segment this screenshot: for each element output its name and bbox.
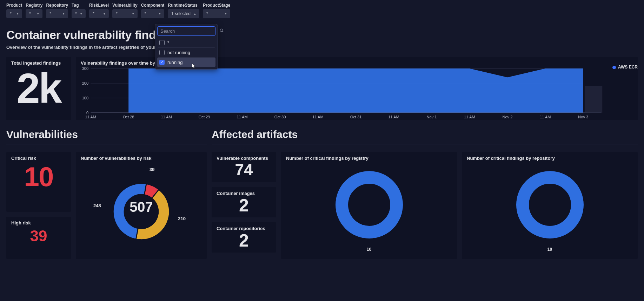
- total-findings-value: 2k: [11, 67, 66, 109]
- svg-text:11 AM: 11 AM: [85, 115, 96, 119]
- panel-title: Number of critical findings by repositor…: [467, 156, 633, 161]
- filter-component[interactable]: *▾: [141, 9, 165, 18]
- filter-registry[interactable]: *▾: [26, 9, 42, 18]
- filter-vulnerability[interactable]: *▾: [112, 9, 138, 18]
- section-title-affected: Affected artifacts: [212, 129, 638, 144]
- panel-title: High risk: [11, 220, 66, 225]
- section-title-vulnerabilities: Vulnerabilities: [6, 129, 207, 144]
- filter-label-repository: Repository: [46, 3, 68, 8]
- svg-text:Oct 29: Oct 29: [199, 115, 210, 119]
- svg-text:11 AM: 11 AM: [312, 115, 323, 119]
- chevron-down-icon: ▾: [37, 12, 39, 15]
- panel-vuln-by-risk: Number of vulnerabilities by risk 507 39…: [76, 152, 207, 259]
- filter-tag[interactable]: *▾: [72, 9, 86, 18]
- dropdown-option-notrunning[interactable]: not running: [157, 47, 215, 57]
- chevron-down-icon: ▾: [80, 12, 82, 15]
- svg-text:Oct 28: Oct 28: [123, 115, 134, 119]
- high-risk-value: 39: [11, 228, 66, 244]
- panel-title: Critical risk: [11, 156, 66, 161]
- svg-text:11 AM: 11 AM: [388, 115, 399, 119]
- chevron-down-icon: ▾: [225, 12, 227, 15]
- area-chart[interactable]: 010020030011 AMOct 2811 AMOct 2911 AMOct…: [81, 67, 633, 120]
- panel-critical-risk: Critical risk 10: [6, 152, 71, 212]
- svg-text:Oct 31: Oct 31: [350, 115, 362, 119]
- filter-label-risklevel: RiskLevel: [89, 3, 109, 8]
- svg-text:Oct 30: Oct 30: [274, 115, 286, 119]
- dropdown-option-running[interactable]: ✓ running: [157, 57, 215, 67]
- filter-label-productstage: ProductStage: [203, 3, 230, 8]
- filter-label-vulnerability: Vulnerability: [112, 3, 138, 8]
- page-title: Container vulnerability findings: [6, 28, 638, 42]
- dropdown-option-label: *: [167, 40, 169, 45]
- donut-center-value: 507: [130, 199, 153, 215]
- container-repos-value: 2: [217, 232, 271, 249]
- filter-bar: Product *▾ Registry *▾ Repository *▾ Tag…: [6, 3, 638, 18]
- search-icon: [219, 28, 224, 34]
- svg-text:300: 300: [82, 67, 88, 71]
- panel-total-findings: Total ingested findings 2k: [6, 57, 71, 120]
- chevron-down-icon: ▾: [104, 12, 105, 15]
- ring-label: 10: [467, 247, 633, 254]
- filter-label-registry: Registry: [26, 3, 42, 8]
- panel-title: Number of critical findings by registry: [286, 156, 452, 161]
- chevron-down-icon: ▾: [17, 12, 19, 15]
- filter-label-tag: Tag: [72, 3, 86, 8]
- filter-label-runtimestatus: RuntimeStatus: [168, 3, 199, 8]
- svg-text:Nov 3: Nov 3: [578, 115, 588, 119]
- panel-vulnerable-components: Vulnerable components 74: [212, 152, 276, 182]
- chevron-down-icon: ▾: [159, 12, 161, 15]
- dropdown-search-input[interactable]: [160, 28, 219, 34]
- chevron-down-icon: ▾: [132, 12, 134, 15]
- svg-text:11 AM: 11 AM: [464, 115, 475, 119]
- page-header: Container vulnerability findings Overvie…: [6, 28, 638, 50]
- panel-container-repos: Container repositories 2: [212, 222, 276, 253]
- panel-title: Container repositories: [217, 226, 271, 231]
- filter-product[interactable]: *▾: [6, 9, 22, 18]
- dropdown-search[interactable]: [157, 26, 215, 36]
- ring-label: 10: [286, 247, 452, 254]
- dropdown-option-all[interactable]: *: [157, 38, 215, 47]
- svg-text:11 AM: 11 AM: [540, 115, 551, 119]
- checkbox-icon: [159, 50, 165, 55]
- container-images-value: 2: [217, 197, 271, 214]
- donut-label: 210: [178, 216, 186, 221]
- vulnerable-components-value: 74: [217, 162, 271, 178]
- chevron-up-icon: ▴: [194, 12, 196, 15]
- svg-text:0: 0: [86, 111, 88, 115]
- filter-label-product: Product: [6, 3, 22, 8]
- donut-label: 248: [93, 203, 101, 208]
- panel-container-images: Container images 2: [212, 187, 276, 217]
- checkbox-checked-icon: ✓: [159, 60, 165, 65]
- svg-point-26: [342, 177, 397, 232]
- svg-text:Nov 2: Nov 2: [502, 115, 512, 119]
- panel-title: Vulnerable components: [217, 156, 271, 161]
- filter-label-component: Component: [141, 3, 165, 8]
- panel-title: Container images: [217, 191, 271, 196]
- filter-risklevel[interactable]: *▾: [89, 9, 109, 18]
- panel-high-risk: High risk 39: [6, 217, 71, 259]
- svg-point-0: [220, 29, 223, 32]
- donut-label: 39: [150, 167, 154, 172]
- dropdown-option-label: running: [167, 60, 182, 65]
- svg-text:11 AM: 11 AM: [237, 115, 247, 119]
- svg-text:200: 200: [82, 81, 88, 85]
- filter-repository[interactable]: *▾: [46, 9, 68, 18]
- critical-risk-value: 10: [11, 163, 66, 190]
- svg-rect-11: [585, 86, 602, 113]
- filter-runtimestatus[interactable]: 1 selected▴: [168, 9, 199, 18]
- chevron-down-icon: ▾: [63, 12, 65, 15]
- ring-chart[interactable]: [334, 170, 404, 240]
- page-description: Overview of the vulnerability findings i…: [6, 45, 638, 50]
- svg-line-1: [223, 31, 224, 32]
- ring-chart[interactable]: [515, 170, 585, 240]
- page-desc-text: Overview of the vulnerability findings i…: [6, 45, 162, 50]
- panel-findings-by-repository: Number of critical findings by repositor…: [462, 152, 638, 259]
- svg-text:11 AM: 11 AM: [161, 115, 172, 119]
- svg-text:Nov 1: Nov 1: [426, 115, 437, 119]
- svg-text:100: 100: [82, 96, 88, 100]
- panel-findings-by-registry: Number of critical findings by registry …: [281, 152, 457, 259]
- filter-productstage[interactable]: *▾: [203, 9, 230, 18]
- checkbox-icon: [159, 40, 165, 45]
- svg-point-27: [523, 177, 577, 232]
- panel-title: Number of vulnerabilities by risk: [81, 156, 202, 161]
